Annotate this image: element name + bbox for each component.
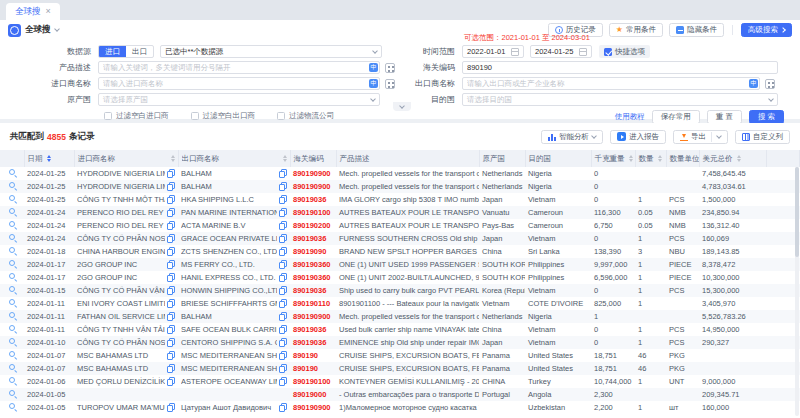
- copy-icon[interactable]: [167, 182, 175, 191]
- quick-options-toggle[interactable]: 快捷选项: [599, 45, 650, 58]
- table-row[interactable]: 2024-01-07 MSC BAHAMAS LTD MSC MEDITERRA…: [0, 362, 800, 375]
- import-toggle[interactable]: 进口: [99, 46, 126, 57]
- tutorial-link[interactable]: 使用教程: [615, 112, 645, 122]
- export-toggle[interactable]: 出口: [126, 46, 153, 57]
- destination-select[interactable]: 请选择目的国: [462, 93, 778, 106]
- copy-icon[interactable]: [279, 208, 287, 217]
- product-desc-input[interactable]: [98, 61, 380, 74]
- table-row[interactable]: 2024-01-10 CÔNG TY CỔ PHẦN NOSCO SHIPYAR…: [0, 336, 800, 349]
- copy-icon[interactable]: [279, 247, 287, 256]
- table-row[interactable]: 2024-01-11 FATHAN OIL SERVICE LIMITED BA…: [0, 310, 800, 323]
- magnifier-icon[interactable]: [8, 181, 17, 190]
- copy-icon[interactable]: [167, 260, 175, 269]
- tab-global-search[interactable]: 全球搜 ×: [6, 3, 60, 20]
- smart-analysis-button[interactable]: 智能分析: [541, 130, 603, 144]
- table-row[interactable]: 2024-01-25 HYDRODIVE NIGERIA LIMITED BAL…: [0, 167, 800, 180]
- grid-more-icon[interactable]: [385, 79, 395, 89]
- header-usd[interactable]: 美元总价: [699, 150, 766, 167]
- magnifier-icon[interactable]: [8, 402, 17, 411]
- reset-button[interactable]: 重 置: [707, 110, 742, 124]
- table-row[interactable]: 2024-01-25 HYDRODIVE NIGERIA LIMITED BAL…: [0, 180, 800, 193]
- magnifier-icon[interactable]: [8, 207, 17, 216]
- header-quantity[interactable]: 数量: [635, 150, 666, 167]
- copy-icon[interactable]: [279, 403, 287, 412]
- copy-icon[interactable]: [167, 325, 175, 334]
- date-to-input[interactable]: 2024-01-25: [530, 45, 592, 58]
- magnifier-icon[interactable]: [8, 220, 17, 229]
- origin-country-select[interactable]: 请选择原产国: [98, 93, 380, 106]
- table-row[interactable]: 2024-01-11 CÔNG TY TNHH VẬN TẢI VIỆT THU…: [0, 323, 800, 336]
- copy-icon[interactable]: [279, 364, 287, 373]
- copy-icon[interactable]: [167, 208, 175, 217]
- advanced-search-button[interactable]: 高级搜索: [741, 23, 792, 37]
- enter-report-button[interactable]: 进入报告: [610, 130, 666, 144]
- copy-icon[interactable]: [279, 195, 287, 204]
- exporter-input[interactable]: [462, 77, 760, 90]
- copy-icon[interactable]: [279, 299, 287, 308]
- header-date[interactable]: 日期: [24, 150, 74, 167]
- translate-icon[interactable]: 中: [369, 63, 378, 72]
- export-button[interactable]: 导出: [673, 130, 728, 144]
- copy-icon[interactable]: [167, 286, 175, 295]
- filter-blank-importer-checkbox[interactable]: 过滤空白进口商: [104, 111, 169, 121]
- scrollbar-thumb[interactable]: [795, 167, 799, 257]
- copy-icon[interactable]: [167, 312, 175, 321]
- collapse-form-button[interactable]: [393, 102, 411, 111]
- copy-icon[interactable]: [167, 299, 175, 308]
- data-source-select[interactable]: 已选中**个数据源: [160, 45, 382, 58]
- grid-more-icon[interactable]: [765, 79, 775, 89]
- table-row[interactable]: 2024-01-15 CÔNG TY CỔ PHẦN VẬN TẢI VÀ TI…: [0, 284, 800, 297]
- copy-icon[interactable]: [167, 364, 175, 373]
- copy-icon[interactable]: [279, 312, 287, 321]
- search-button[interactable]: 搜 索: [749, 110, 784, 124]
- copy-icon[interactable]: [167, 169, 175, 178]
- table-row[interactable]: 2024-01-11 ENI IVORY COAST LIMITED BRIES…: [0, 297, 800, 310]
- copy-icon[interactable]: [279, 273, 287, 282]
- copy-icon[interactable]: [167, 221, 175, 230]
- magnifier-icon[interactable]: [8, 350, 17, 359]
- copy-icon[interactable]: [279, 221, 287, 230]
- magnifier-icon[interactable]: [8, 376, 17, 385]
- filter-logistics-checkbox[interactable]: 过滤物流公司: [277, 111, 334, 121]
- copy-icon[interactable]: [279, 286, 287, 295]
- table-row[interactable]: 2024-01-24 CÔNG TY CỔ PHẦN NOSCO SHIPYAR…: [0, 232, 800, 245]
- table-row[interactable]: 2024-01-05 89019000 - Outras embarcações…: [0, 388, 800, 401]
- filter-blank-exporter-checkbox[interactable]: 过滤空白出口商: [191, 111, 256, 121]
- copy-icon[interactable]: [279, 338, 287, 347]
- app-switcher[interactable]: 全球搜: [8, 24, 59, 37]
- magnifier-icon[interactable]: [8, 298, 17, 307]
- table-row[interactable]: 2024-01-24 PERENCO RIO DEL REY ACTA MARI…: [0, 219, 800, 232]
- hs-code-input[interactable]: [462, 61, 778, 74]
- magnifier-icon[interactable]: [8, 272, 17, 281]
- magnifier-icon[interactable]: [8, 285, 17, 294]
- save-common-button[interactable]: 保存常用: [652, 110, 700, 124]
- magnifier-icon[interactable]: [8, 363, 17, 372]
- magnifier-icon[interactable]: [8, 311, 17, 320]
- table-row[interactable]: 2024-01-25 CÔNG TY TNHH MỘT THÀNH VIÊN Đ…: [0, 193, 800, 206]
- copy-icon[interactable]: [279, 260, 287, 269]
- vertical-scrollbar[interactable]: [795, 167, 799, 416]
- magnifier-icon[interactable]: [8, 259, 17, 268]
- grid-more-icon[interactable]: [385, 63, 395, 73]
- copy-icon[interactable]: [279, 377, 287, 386]
- header-exporter[interactable]: 出口商名称: [178, 150, 290, 167]
- copy-icon[interactable]: [279, 182, 287, 191]
- tab-close-icon[interactable]: ×: [46, 7, 51, 16]
- magnifier-icon[interactable]: [8, 324, 17, 333]
- magnifier-icon[interactable]: [8, 233, 17, 242]
- copy-icon[interactable]: [167, 195, 175, 204]
- table-row[interactable]: 2024-01-17 2GO GROUP INC MS FERRY CO., L…: [0, 258, 800, 271]
- copy-icon[interactable]: [279, 325, 287, 334]
- date-from-input[interactable]: 2022-01-01: [462, 45, 524, 58]
- translate-icon[interactable]: 中: [749, 79, 758, 88]
- table-row[interactable]: 2024-01-17 2GO GROUP INC HANIL EXPRESS C…: [0, 271, 800, 284]
- importer-input[interactable]: [98, 77, 380, 90]
- copy-icon[interactable]: [167, 247, 175, 256]
- copy-icon[interactable]: [167, 403, 175, 412]
- table-row[interactable]: 2024-01-18 CHINA HARBOUR ENGINEERING CO …: [0, 245, 800, 258]
- header-importer[interactable]: 进口商名称: [74, 150, 178, 167]
- header-weight[interactable]: 千克重量: [591, 150, 635, 167]
- magnifier-icon[interactable]: [8, 246, 17, 255]
- table-row[interactable]: 2024-01-06 MED ÇORLU DENİZCİLİK ANONİM Ş…: [0, 375, 800, 388]
- magnifier-icon[interactable]: [8, 168, 17, 177]
